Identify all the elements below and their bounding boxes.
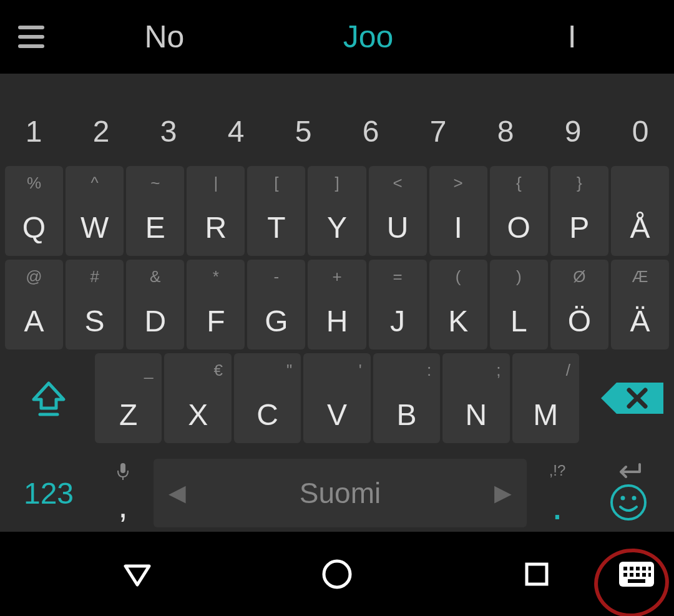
key-i[interactable]: >I xyxy=(429,166,487,256)
key-e[interactable]: ~E xyxy=(126,166,184,256)
svg-rect-21 xyxy=(628,579,645,583)
key-h[interactable]: +H xyxy=(308,260,366,350)
home-button[interactable] xyxy=(318,555,356,593)
key-p[interactable]: }P xyxy=(550,166,608,256)
shift-key[interactable] xyxy=(5,353,92,443)
svg-rect-16 xyxy=(623,573,627,577)
svg-rect-19 xyxy=(642,573,646,577)
svg-rect-14 xyxy=(642,567,646,570)
svg-rect-18 xyxy=(636,573,640,577)
key-6[interactable]: 6 xyxy=(337,100,404,162)
key-x[interactable]: €X xyxy=(164,353,231,443)
svg-rect-17 xyxy=(630,573,633,577)
key-8[interactable]: 8 xyxy=(472,100,539,162)
svg-rect-3 xyxy=(120,463,125,473)
svg-rect-9 xyxy=(527,564,547,584)
key-l[interactable]: )L xyxy=(490,260,548,350)
key-adiaeresis[interactable]: ÆÄ xyxy=(611,260,669,350)
key-q[interactable]: %Q xyxy=(5,166,63,256)
smiley-icon xyxy=(609,483,648,522)
key-aring[interactable]: Å xyxy=(611,166,669,256)
key-k[interactable]: (K xyxy=(429,260,487,350)
key-z[interactable]: _Z xyxy=(95,353,162,443)
comma-key[interactable]: , xyxy=(95,449,151,537)
svg-rect-12 xyxy=(630,567,633,570)
key-b[interactable]: :B xyxy=(373,353,440,443)
key-a[interactable]: @A xyxy=(5,260,63,350)
key-0[interactable]: 0 xyxy=(607,100,674,162)
key-d[interactable]: &D xyxy=(126,260,184,350)
letter-row-1: %Q ^W ~E |R [T ]Y <U >I {O }P Å xyxy=(0,166,674,256)
key-7[interactable]: 7 xyxy=(404,100,472,162)
ime-switch-button[interactable] xyxy=(618,559,655,589)
key-g[interactable]: -G xyxy=(247,260,305,350)
keyboard-icon xyxy=(618,559,655,589)
letter-row-2: @A #S &D *F -G +H =J (K )L ØÖ ÆÄ xyxy=(0,260,674,350)
enter-icon xyxy=(615,462,642,483)
android-navbar xyxy=(0,532,674,616)
key-w[interactable]: ^W xyxy=(66,166,124,256)
suggestion-left[interactable]: No xyxy=(62,19,266,55)
number-row: 1 2 3 4 5 6 7 8 9 0 xyxy=(0,100,674,162)
svg-rect-11 xyxy=(623,567,627,570)
svg-point-8 xyxy=(324,561,350,587)
suggestion-right[interactable]: I xyxy=(470,19,674,55)
period-key[interactable]: ,!? . xyxy=(529,449,585,537)
key-y[interactable]: ]Y xyxy=(308,166,366,256)
svg-rect-15 xyxy=(648,567,651,570)
key-9[interactable]: 9 xyxy=(539,100,607,162)
space-label: Suomi xyxy=(300,476,381,510)
backspace-key[interactable] xyxy=(582,353,669,443)
bottom-row: 123 , ◀ Suomi ▶ ,!? . xyxy=(0,449,674,537)
chevron-left-icon: ◀ xyxy=(168,480,186,506)
recent-icon xyxy=(523,560,550,588)
mic-icon xyxy=(116,462,130,484)
svg-point-7 xyxy=(632,496,637,501)
key-u[interactable]: <U xyxy=(369,166,427,256)
suggestion-center[interactable]: Joo xyxy=(266,19,471,55)
letter-row-3: _Z €X "C 'V :B ;N /M xyxy=(0,353,674,443)
key-r[interactable]: |R xyxy=(187,166,245,256)
key-s[interactable]: #S xyxy=(66,260,124,350)
suggestion-bar: No Joo I xyxy=(0,0,674,74)
chevron-right-icon: ▶ xyxy=(494,480,512,506)
symbols-key[interactable]: 123 xyxy=(5,449,92,537)
keyboard: 1 2 3 4 5 6 7 8 9 0 %Q ^W ~E |R [T ]Y <U… xyxy=(0,74,674,532)
shift-icon xyxy=(29,378,69,418)
svg-rect-20 xyxy=(648,573,651,577)
backspace-icon xyxy=(598,376,667,420)
home-icon xyxy=(321,558,353,590)
key-f[interactable]: *F xyxy=(187,260,245,350)
key-5[interactable]: 5 xyxy=(270,100,337,162)
svg-point-5 xyxy=(612,486,645,519)
key-j[interactable]: =J xyxy=(369,260,427,350)
key-3[interactable]: 3 xyxy=(135,100,202,162)
enter-key[interactable] xyxy=(588,449,669,537)
key-v[interactable]: 'V xyxy=(303,353,370,443)
back-button[interactable] xyxy=(119,555,156,593)
space-key[interactable]: ◀ Suomi ▶ xyxy=(154,459,527,527)
recent-button[interactable] xyxy=(518,555,555,593)
key-n[interactable]: ;N xyxy=(442,353,509,443)
key-t[interactable]: [T xyxy=(247,166,305,256)
key-m[interactable]: /M xyxy=(512,353,579,443)
svg-rect-13 xyxy=(636,567,640,570)
menu-icon[interactable] xyxy=(0,26,62,48)
key-c[interactable]: "C xyxy=(234,353,301,443)
svg-point-6 xyxy=(621,496,625,501)
key-1[interactable]: 1 xyxy=(0,100,67,162)
key-2[interactable]: 2 xyxy=(67,100,135,162)
key-4[interactable]: 4 xyxy=(202,100,270,162)
key-o[interactable]: {O xyxy=(490,166,548,256)
back-icon xyxy=(123,560,152,589)
key-odiaeresis[interactable]: ØÖ xyxy=(550,260,608,350)
